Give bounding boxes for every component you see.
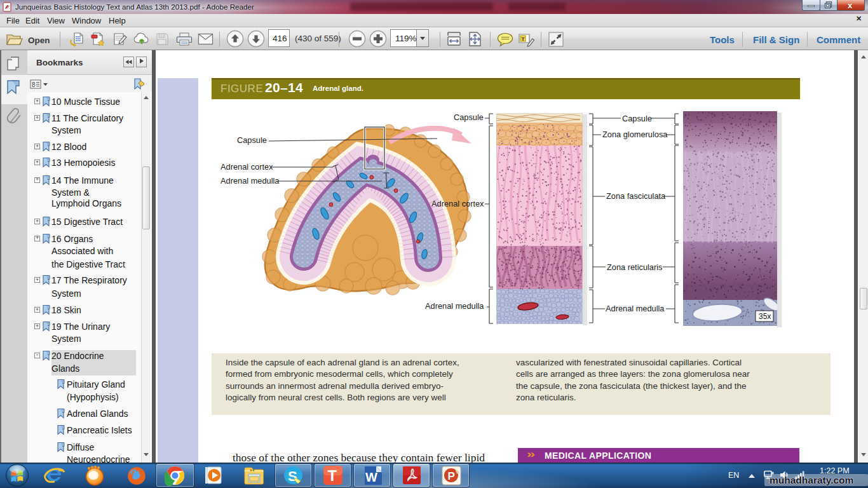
svg-text:35x: 35x — [759, 312, 771, 321]
svg-text:T: T — [328, 467, 337, 484]
svg-text:W: W — [365, 470, 377, 484]
svg-text:P: P — [448, 470, 455, 482]
svg-text:T: T — [522, 36, 525, 42]
svg-text:8: 8 — [32, 81, 36, 88]
svg-text:S: S — [288, 468, 297, 484]
